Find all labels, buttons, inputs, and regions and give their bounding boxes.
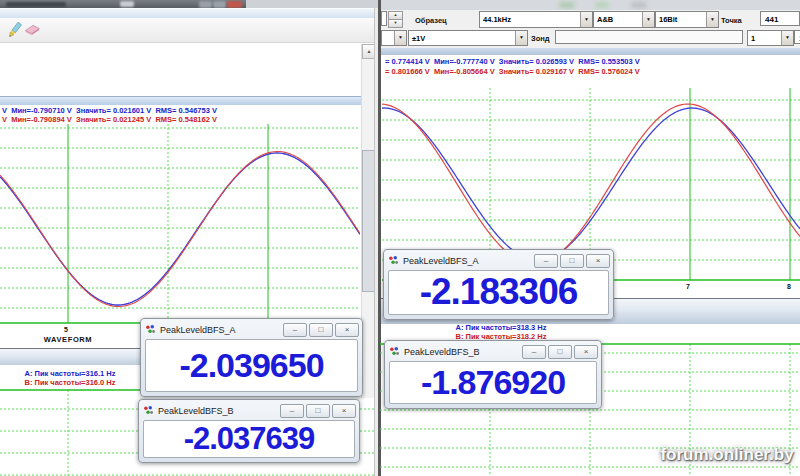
- sample-spinner[interactable]: ▲ ▼: [388, 11, 403, 27]
- blurred-close-button[interactable]: [227, 1, 242, 8]
- meter-window-left-peaklevel-b[interactable]: PeakLeveldBFS_B – □ × -2.037639 dBFS: [138, 399, 360, 463]
- maximize-button[interactable]: □: [309, 323, 333, 337]
- meter-window-icon: [388, 255, 399, 266]
- eraser-tool-button[interactable]: [23, 22, 41, 41]
- close-button[interactable]: ×: [332, 404, 356, 418]
- minimize-button[interactable]: –: [534, 254, 558, 268]
- meter-window-icon: [145, 324, 156, 335]
- left-x-tick-5: 5: [64, 326, 68, 333]
- probe-field[interactable]: [555, 30, 743, 44]
- left-waveform-chart: [0, 124, 360, 324]
- channel-select-value: 1: [748, 31, 781, 45]
- close-button[interactable]: ×: [335, 323, 359, 337]
- right-measurement-area: = 0.774414 V Мин=-0.777740 V Значить= 0.…: [381, 55, 800, 88]
- screen: V Мин=-0.790710 V Значить= 0.021601 V RM…: [0, 0, 800, 476]
- maximize-button[interactable]: □: [306, 404, 330, 418]
- channel-select-combo[interactable]: 1 ▼: [747, 30, 794, 46]
- pencil-tool-button[interactable]: [5, 20, 23, 39]
- left-peak-frequency-a: A: Пик частоты=316.1 Hz: [0, 369, 140, 378]
- sample-label: Образец: [415, 16, 447, 25]
- right-peak-frequency-a: A: Пик частоты=318.3 Hz: [421, 323, 581, 332]
- blurred-maximize-button[interactable]: [213, 1, 226, 8]
- clipped-field[interactable]: [381, 11, 387, 26]
- minimize-button[interactable]: –: [283, 323, 307, 337]
- meter-value: -2.183306 dBFS: [388, 270, 609, 315]
- left-measurement-line-b: V Мин=-0.790894 V Значить= 0.021245 V RM…: [2, 115, 217, 124]
- watermark: forum.onliner.by: [656, 445, 798, 469]
- waveform-trace-a: [0, 153, 360, 305]
- chevron-down-icon[interactable]: ▼: [781, 31, 793, 45]
- minimize-button[interactable]: –: [280, 404, 304, 418]
- waveform-trace-a: [382, 108, 800, 260]
- clipped-combo-value: [382, 31, 394, 45]
- pencil-icon: [5, 20, 23, 39]
- waveform-trace-b: [0, 152, 360, 307]
- meter-titlebar[interactable]: PeakLeveldBFS_B – □ ×: [139, 400, 359, 419]
- chevron-down-icon[interactable]: ▼: [706, 12, 718, 27]
- close-button[interactable]: ×: [574, 345, 598, 359]
- channels-value: A&B: [594, 12, 642, 27]
- meter-titlebar[interactable]: PeakLeveldBFS_A – □ ×: [141, 319, 362, 338]
- left-window-toolbar: [0, 18, 378, 43]
- meter-window-right-peaklevel-a[interactable]: PeakLeveldBFS_A – □ × -2.183306 dBFS: [383, 249, 614, 320]
- meter-window-icon: [389, 346, 400, 357]
- left-measurement-line-a: V Мин=-0.790710 V Значить= 0.021601 V RM…: [2, 106, 217, 115]
- probe-label: Зонд: [531, 34, 550, 43]
- meter-titlebar[interactable]: PeakLeveldBFS_A – □ ×: [384, 250, 613, 269]
- right-window-top-strip: [381, 0, 800, 10]
- meter-value: -2.037639 dBFS: [143, 420, 355, 458]
- range-value: ±1V: [409, 31, 515, 45]
- spinner-down-button[interactable]: ▼: [388, 19, 403, 28]
- eraser-icon: [23, 23, 41, 36]
- blurred-toolbar-icon: [595, 2, 609, 8]
- blurred-toolbar-icon: [559, 2, 575, 8]
- point-value-field[interactable]: 441: [760, 11, 800, 26]
- left-peak-frequency-b: B: Пик частоты=316.0 Hz: [0, 378, 140, 387]
- bit-depth-combo[interactable]: 16Bit ▼: [655, 11, 719, 28]
- spin-down-icon: ▼: [394, 20, 398, 25]
- right-measurement-line-b: = 0.801666 V Мин=-0.805664 V Значить= 0.…: [385, 67, 640, 76]
- sample-rate-value: 44.1kHz: [480, 12, 580, 27]
- meter-window-icon: [143, 405, 154, 416]
- maximize-button[interactable]: □: [548, 345, 572, 359]
- meter-window-right-peaklevel-b[interactable]: PeakLeveldBFS_B – □ × -1.876920 dBFS: [384, 340, 602, 409]
- clipped-value-field[interactable]: 1: [794, 30, 800, 44]
- blurred-toolbar-icon: [631, 2, 647, 8]
- right-x-tick-8: 8: [787, 283, 791, 290]
- blurred-minimize-button[interactable]: [199, 1, 212, 8]
- right-x-tick-7: 7: [686, 283, 690, 290]
- chevron-down-icon[interactable]: ▼: [580, 12, 592, 27]
- point-label: Точка: [721, 16, 742, 25]
- spin-up-icon: ▲: [394, 12, 398, 17]
- clipped-combo[interactable]: ▼: [381, 30, 407, 46]
- scroll-up-arrow-icon: ▲: [367, 48, 372, 54]
- sample-rate-combo[interactable]: 44.1kHz ▼: [479, 11, 593, 28]
- meter-titlebar[interactable]: PeakLeveldBFS_B – □ ×: [385, 341, 601, 360]
- meter-title: PeakLeveldBFS_B: [158, 406, 278, 416]
- blurred-title-text: [6, 2, 66, 7]
- range-combo[interactable]: ±1V ▼: [408, 30, 528, 46]
- left-window-upper-pane: [0, 43, 374, 96]
- meter-title: PeakLeveldBFS_A: [403, 256, 532, 266]
- bit-depth-value: 16Bit: [656, 12, 706, 27]
- maximize-button[interactable]: □: [560, 254, 584, 268]
- left-measurement-area: V Мин=-0.790710 V Значить= 0.021601 V RM…: [0, 105, 374, 125]
- chevron-down-icon[interactable]: ▼: [642, 12, 654, 27]
- blurred-control: [120, 1, 134, 7]
- meter-value: -2.039650 dBFS: [145, 339, 358, 392]
- meter-title: PeakLeveldBFS_A: [160, 325, 281, 335]
- right-window-toolbar: ▲ ▼ Образец 44.1kHz ▼ A&B ▼ 16Bit ▼ Точк…: [381, 10, 800, 48]
- left-axis-title: WAVEFORM: [18, 335, 118, 344]
- right-measurement-line-a: = 0.774414 V Мин=-0.777740 V Значить= 0.…: [385, 57, 640, 66]
- meter-value: -1.876920 dBFS: [389, 361, 597, 404]
- minimize-button[interactable]: –: [522, 345, 546, 359]
- meter-title: PeakLeveldBFS_B: [404, 347, 520, 357]
- channels-combo[interactable]: A&B ▼: [593, 11, 655, 28]
- left-vertical-scrollbar[interactable]: ▲: [361, 44, 375, 398]
- chevron-down-icon[interactable]: ▼: [394, 31, 406, 45]
- chevron-down-icon[interactable]: ▼: [515, 31, 527, 45]
- meter-window-left-peaklevel-a[interactable]: PeakLeveldBFS_A – □ × -2.039650 dBFS: [140, 318, 363, 397]
- close-button[interactable]: ×: [586, 254, 610, 268]
